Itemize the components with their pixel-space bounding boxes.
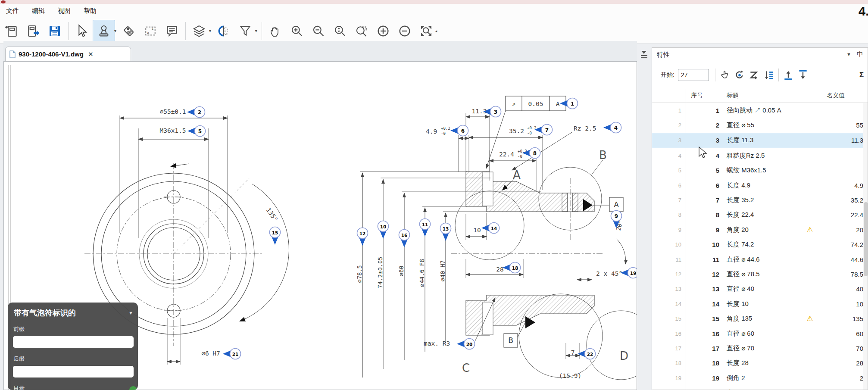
balloon-2[interactable]: 2: [187, 107, 205, 118]
move-bottom-icon[interactable]: [796, 68, 810, 82]
table-row[interactable]: 99角度 20⚠20: [652, 222, 863, 237]
sort-list-icon[interactable]: [762, 68, 776, 82]
zoom-out-icon[interactable]: [308, 20, 329, 42]
warning-icon: ⚠: [799, 225, 821, 234]
pan-hand-icon[interactable]: [265, 20, 286, 42]
scrollbar-thumb[interactable]: [864, 202, 868, 276]
reorder-z-icon[interactable]: [747, 68, 762, 82]
prefix-input[interactable]: [13, 336, 134, 348]
dim-7: 7: [571, 349, 575, 356]
table-row[interactable]: 88长度 22.422.4: [652, 208, 863, 222]
svg-text:11: 11: [422, 222, 428, 227]
table-row[interactable]: 77长度 35.235.2: [652, 193, 863, 207]
balloon-form-collapse-icon[interactable]: ▼: [128, 310, 133, 315]
balloon-18[interactable]: 18: [503, 262, 521, 273]
select-cursor-icon[interactable]: [71, 20, 93, 42]
window-control-dot[interactable]: [1, 0, 6, 3]
column-header-title[interactable]: 标题: [727, 92, 739, 100]
balloon-11[interactable]: 11: [420, 219, 431, 237]
balloon-14[interactable]: 14: [481, 223, 500, 234]
toolbar-separator: [185, 22, 186, 40]
table-row[interactable]: 1818长度 2828: [652, 356, 863, 371]
row-title: 直径 ⌀ 55: [719, 121, 799, 129]
row-title: 长度 35.2: [719, 196, 799, 204]
table-row[interactable]: 1010长度 74.274.2: [652, 237, 863, 252]
stamp-dropdown-icon[interactable]: ▼: [113, 29, 117, 33]
table-row[interactable]: 33长度 11.311.3: [652, 133, 863, 148]
svg-text:1: 1: [152, 27, 154, 31]
tab-list-icon[interactable]: [639, 48, 649, 61]
balloon-5[interactable]: 5: [187, 126, 206, 137]
balloon-22[interactable]: 22: [578, 349, 596, 359]
row-number: 15: [681, 315, 719, 322]
open-document-icon[interactable]: [22, 20, 44, 42]
table-row[interactable]: 1515角度 135⚠135: [652, 311, 863, 326]
table-row[interactable]: 1414长度 1010: [652, 296, 863, 311]
balloon-10[interactable]: 10: [378, 221, 389, 239]
table-row[interactable]: 1212直径 ⌀ 78.578.5: [652, 267, 863, 281]
magnify-increase-icon[interactable]: [372, 20, 394, 42]
zoom-extents-icon[interactable]: [415, 20, 437, 42]
balloon-15[interactable]: 15: [270, 227, 281, 245]
column-header-nominal[interactable]: 名义值: [827, 92, 845, 100]
new-document-icon[interactable]: [1, 20, 22, 42]
zoom-dynamic-icon[interactable]: [329, 20, 351, 42]
balloon-21[interactable]: 21: [223, 349, 241, 359]
magnify-decrease-icon[interactable]: [394, 20, 415, 42]
renumber-rotate-icon[interactable]: [732, 68, 747, 82]
menu-view[interactable]: 视图: [56, 6, 72, 17]
table-row[interactable]: 66长度 4.94.9: [652, 178, 863, 193]
table-row[interactable]: 22直径 ⌀ 5555: [652, 118, 863, 132]
balloon-12[interactable]: 12: [357, 228, 368, 246]
start-number-input[interactable]: [678, 69, 709, 81]
balloon-6[interactable]: 6: [450, 125, 468, 136]
suffix-input[interactable]: [13, 366, 134, 378]
sum-icon[interactable]: Σ: [859, 71, 864, 79]
svg-text:10: 10: [380, 224, 387, 229]
table-row[interactable]: 55螺纹 M36x1.5: [652, 163, 863, 178]
tab-close-icon[interactable]: ✕: [88, 50, 94, 58]
compare-revisions-icon[interactable]: [213, 20, 234, 42]
filter-dropdown-icon[interactable]: ▼: [254, 29, 258, 33]
filter-icon[interactable]: [234, 20, 256, 42]
comment-icon[interactable]: [161, 20, 183, 42]
table-row[interactable]: 1111直径 ⌀ 44.644.6: [652, 252, 863, 267]
balloon-20[interactable]: 20: [457, 339, 475, 349]
menu-help[interactable]: 帮助: [82, 6, 98, 17]
menu-file[interactable]: 文件: [4, 6, 21, 17]
balloon-19[interactable]: 19: [621, 268, 637, 278]
layers-dropdown-icon[interactable]: ▼: [208, 29, 212, 33]
table-row[interactable]: 1616直径 ⌀ 6060: [652, 326, 863, 341]
menu-edit[interactable]: 编辑: [30, 6, 47, 17]
save-icon[interactable]: [44, 20, 66, 42]
window-title-strip: [0, 0, 868, 4]
row-number: 14: [681, 300, 719, 308]
balloon-7[interactable]: 7: [534, 125, 553, 135]
balloon-16[interactable]: 16: [399, 230, 410, 248]
row-index: 19: [652, 375, 681, 381]
balloon-4[interactable]: 4: [603, 122, 621, 133]
table-row[interactable]: 1919倒角 22: [652, 371, 863, 385]
layers-icon[interactable]: [188, 20, 210, 42]
panel-pin-glyph[interactable]: 中: [857, 50, 863, 58]
table-row[interactable]: 1313直径 ⌀ 4040: [652, 282, 863, 296]
table-row[interactable]: 2020半径 R 3 max.: [652, 385, 863, 390]
zoom-in-icon[interactable]: [286, 20, 308, 42]
balloon-1[interactable]: 1: [560, 98, 578, 109]
tab-drawing-file[interactable]: 930-1200-406-V1.dwg ✕: [5, 47, 131, 61]
toolbar-collapse-icon[interactable]: ◂: [435, 29, 437, 33]
svg-text:5: 5: [198, 128, 202, 134]
balloon-stamp-icon[interactable]: [93, 20, 115, 42]
zoom-window-icon[interactable]: [351, 20, 372, 42]
table-scrollbar[interactable]: [863, 103, 868, 390]
move-top-icon[interactable]: [781, 68, 796, 82]
capture-region-icon[interactable]: A1: [140, 20, 161, 42]
hand-pointer-icon[interactable]: [718, 68, 732, 82]
table-row[interactable]: 11径向跳动 ↗ 0.05 A: [652, 103, 863, 118]
table-row[interactable]: 1717直径 ⌀ 7070: [652, 341, 863, 356]
tag-icon[interactable]: [118, 20, 140, 42]
balloon-13[interactable]: 13: [440, 223, 451, 241]
column-header-no[interactable]: 序号: [691, 92, 703, 100]
panel-collapse-icon[interactable]: ▼: [846, 52, 851, 57]
table-row[interactable]: 44粗糙度Rz 2.5: [652, 148, 863, 163]
